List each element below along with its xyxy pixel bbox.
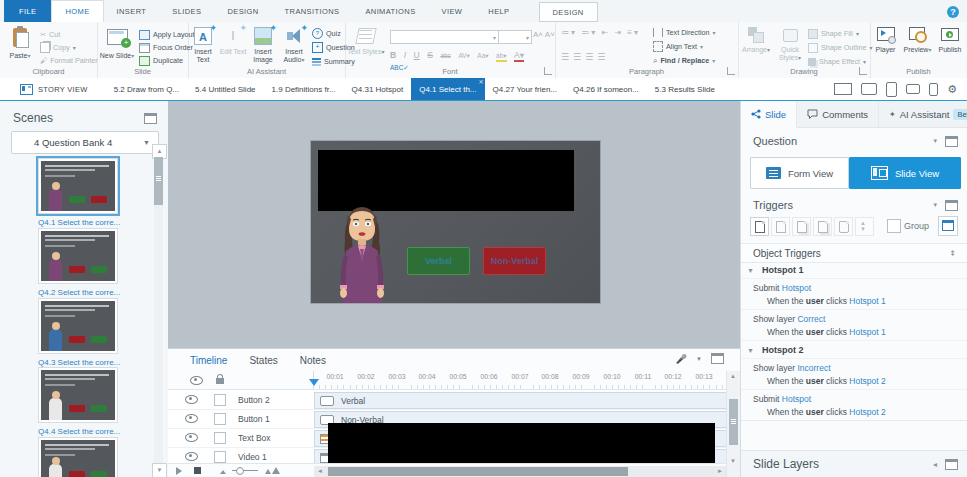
slide-thumbnail-q41[interactable]: Q4.1 Select the corre...: [38, 158, 114, 227]
collapse-panel-icon[interactable]: [945, 200, 958, 211]
tab-design[interactable]: DESIGN: [214, 0, 271, 22]
play-icon[interactable]: [176, 467, 182, 475]
list-controls[interactable]: ≔▾ ≕▾ ⇤ ⇥ ≡▾: [561, 28, 640, 37]
font-color-button[interactable]: A▾: [514, 50, 524, 62]
arrange-button[interactable]: Arrange▾: [740, 25, 772, 54]
slide-tab[interactable]: 5.3 Results Slide: [647, 78, 723, 100]
collapse-panel-icon[interactable]: [945, 136, 958, 147]
preview-button[interactable]: Preview▾: [902, 25, 933, 54]
text-styles-button[interactable]: Text Styles▾: [347, 25, 385, 56]
delete-trigger-button[interactable]: [834, 217, 853, 236]
lock-checkbox[interactable]: [214, 451, 226, 463]
tablet-landscape-icon[interactable]: [861, 83, 877, 95]
slide-thumbnail-q44[interactable]: Q4.4 Select the corre...: [38, 367, 114, 436]
tab-ai-assistant[interactable]: ✦ AI Assistant Beta: [879, 101, 967, 127]
visibility-eye-icon[interactable]: [185, 395, 198, 404]
audio-tools-icon[interactable]: 🎤: [676, 354, 687, 364]
ai-insert-audio-button[interactable]: ✦ Insert Audio▾: [279, 25, 309, 64]
playhead-icon[interactable]: [309, 379, 319, 386]
font-dialog-launcher[interactable]: [544, 67, 552, 75]
drawing-dialog-launcher[interactable]: [859, 67, 867, 75]
format-painter-button[interactable]: 🖌Format Painter: [40, 54, 98, 67]
slide-tab[interactable]: 5.2 Draw from Q...: [106, 78, 187, 100]
publish-button[interactable]: Publish: [934, 25, 966, 54]
trigger-item[interactable]: Show layer Correct When the user clicks …: [741, 310, 967, 341]
show-all-eye-icon[interactable]: [190, 376, 203, 385]
subscript-button[interactable]: abc: [440, 52, 450, 59]
trigger-group-hotspot1[interactable]: ▼ Hotspot 1: [741, 262, 967, 279]
chevron-down-icon[interactable]: ▾: [933, 137, 937, 145]
tab-view[interactable]: VIEW: [429, 0, 476, 22]
trigger-item[interactable]: Submit Hotspot When the user clicks Hots…: [741, 390, 967, 421]
reorder-trigger-button[interactable]: ▲▼: [855, 217, 874, 236]
scroll-down-icon[interactable]: ▼: [730, 458, 736, 464]
timeline-row-button2[interactable]: Button 2 Verbal: [168, 390, 726, 410]
tab-states[interactable]: States: [249, 355, 277, 366]
tab-help[interactable]: HELP: [475, 0, 522, 22]
collapse-panel-icon[interactable]: [711, 353, 724, 364]
grow-shrink-font[interactable]: A˄ A˅: [533, 30, 555, 39]
collapse-panel-icon[interactable]: [144, 113, 157, 124]
underline-button[interactable]: U: [414, 50, 420, 60]
chevron-down-icon[interactable]: ▾: [933, 201, 937, 209]
ai-quiz-button[interactable]: ? Quiz: [312, 27, 341, 40]
slide-tab[interactable]: Q4.27 Your frien...: [485, 78, 566, 100]
timeline-horizontal-scrollbar[interactable]: ◄ ►: [314, 466, 726, 477]
close-tab-icon[interactable]: ✕: [479, 78, 484, 85]
tab-slides[interactable]: SLIDES: [159, 0, 214, 22]
edit-trigger-button[interactable]: [771, 217, 790, 236]
tab-transitions[interactable]: TRANSITIONS: [272, 0, 353, 22]
trigger-item[interactable]: Show layer Incorrect When the user click…: [741, 359, 967, 390]
slide-tab[interactable]: 5.4 Untitled Slide: [187, 78, 263, 100]
tab-design-contextual[interactable]: DESIGN: [539, 2, 598, 22]
phone-landscape-icon[interactable]: [906, 84, 920, 94]
timeline-object-bar[interactable]: Verbal: [314, 392, 727, 409]
duplicate-button[interactable]: Duplicate: [139, 54, 183, 67]
player-button[interactable]: Player: [870, 25, 901, 54]
zoom-in-icon[interactable]: [265, 469, 271, 474]
scroll-up-icon[interactable]: ▲: [730, 373, 736, 379]
tab-animations[interactable]: ANIMATIONS: [352, 0, 428, 22]
text-direction-button[interactable]: Text Direction▾: [653, 26, 716, 39]
copy-trigger-button[interactable]: [792, 217, 811, 236]
group-checkbox[interactable]: [887, 219, 901, 233]
tab-notes[interactable]: Notes: [300, 355, 326, 366]
scroll-down-icon[interactable]: ▼: [152, 463, 167, 477]
zoom-out-icon[interactable]: [220, 470, 226, 474]
trigger-item[interactable]: Submit Hotspot When the user clicks Hots…: [741, 279, 967, 310]
slide-thumbnail-q43[interactable]: Q4.3 Select the corre...: [38, 298, 114, 367]
question-bank-select[interactable]: 4 Question Bank 4▼: [11, 131, 159, 154]
timeline-vertical-scrollbar[interactable]: ▲ ▼: [726, 371, 740, 477]
zoom-in-large-icon[interactable]: [272, 467, 280, 474]
shape-outline-button[interactable]: Shape Outline▾: [808, 41, 873, 54]
new-trigger-button[interactable]: [750, 217, 769, 236]
visibility-eye-icon[interactable]: [185, 433, 198, 442]
trigger-wizard-button[interactable]: [938, 216, 958, 236]
paragraph-dialog-launcher[interactable]: [727, 67, 735, 75]
lock-checkbox[interactable]: [214, 432, 226, 444]
tab-insert[interactable]: INSERT: [104, 0, 160, 22]
tab-comments[interactable]: Comments: [797, 101, 879, 127]
align-controls[interactable]: ☰☰☰☰: [561, 52, 609, 62]
slide-tab[interactable]: 1.9 Definitions fr...: [264, 78, 344, 100]
stop-icon[interactable]: [194, 467, 201, 474]
desktop-preview-icon[interactable]: [834, 83, 852, 95]
slide-stage[interactable]: Verbal Non-Verbal: [311, 141, 600, 303]
nonverbal-button[interactable]: Non-Verbal: [483, 247, 546, 275]
bold-button[interactable]: B: [390, 50, 396, 60]
tab-slide[interactable]: Slide: [741, 101, 797, 128]
ai-edit-text-button[interactable]: I ✦ Edit Text: [219, 25, 247, 56]
chevron-left-icon[interactable]: ◂: [933, 460, 937, 469]
new-slide-button[interactable]: + New Slide▾: [99, 25, 135, 60]
slide-tab-active[interactable]: Q4.1 Select th... ✕: [411, 78, 484, 100]
slide-thumbnail-partial[interactable]: [38, 437, 114, 477]
slide-layers-header[interactable]: Slide Layers ◂: [741, 450, 967, 477]
help-icon[interactable]: ?: [947, 6, 959, 18]
char-spacing-button[interactable]: AV▾: [458, 52, 469, 60]
change-case-button[interactable]: Aa▾: [477, 52, 488, 60]
tab-home[interactable]: HOME: [51, 0, 103, 22]
visibility-eye-icon[interactable]: [185, 452, 198, 461]
scroll-right-icon[interactable]: ►: [717, 468, 723, 474]
verbal-button[interactable]: Verbal: [407, 247, 470, 275]
tablet-portrait-icon[interactable]: [886, 82, 897, 97]
